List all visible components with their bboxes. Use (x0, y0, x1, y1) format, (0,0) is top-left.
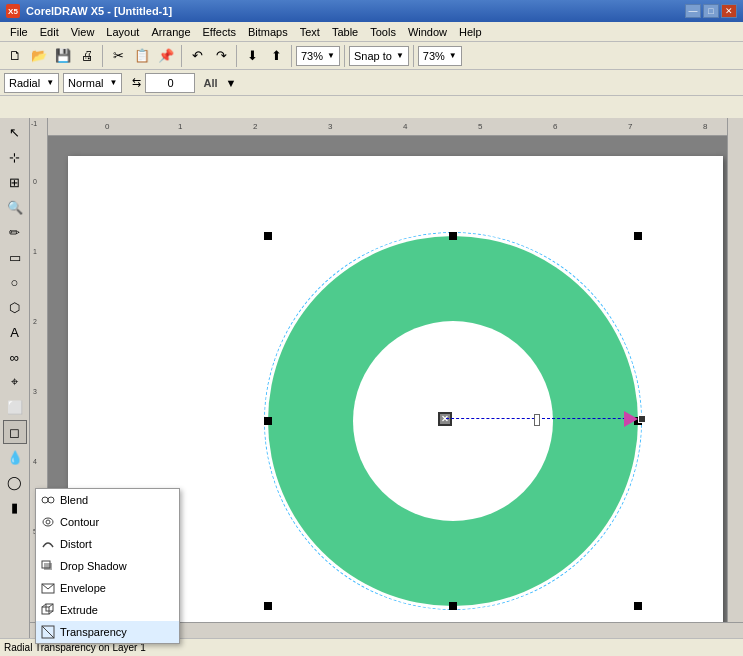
menu-contour[interactable]: Contour (36, 511, 179, 533)
envelope-tool-button[interactable]: ⬜ (3, 395, 27, 419)
mode-arrow: ▼ (110, 78, 118, 87)
transparency-icon: ⇆ (132, 76, 141, 89)
transparency-value-input[interactable] (145, 73, 195, 93)
print-button[interactable]: 🖨 (76, 45, 98, 67)
menu-window[interactable]: Window (402, 24, 453, 40)
paste-button[interactable]: 📌 (155, 45, 177, 67)
envelope-label: Envelope (60, 582, 106, 594)
open-button[interactable]: 📂 (28, 45, 50, 67)
context-toolbar: Radial ▼ Normal ▼ ⇆ All ▼ (0, 70, 743, 96)
menu-layout[interactable]: Layout (100, 24, 145, 40)
menu-distort[interactable]: Distort (36, 533, 179, 555)
ellipse-tool-button[interactable]: ○ (3, 270, 27, 294)
svg-line-13 (42, 626, 54, 638)
menu-drop-shadow[interactable]: Drop Shadow (36, 555, 179, 577)
gradient-end-handle[interactable] (638, 415, 646, 423)
menu-bar: File Edit View Layout Arrange Effects Bi… (0, 22, 743, 42)
redo-button[interactable]: ↷ (210, 45, 232, 67)
snap-dropdown[interactable]: Snap to ▼ (349, 46, 409, 66)
contour-label: Contour (60, 516, 99, 528)
text-tool-button[interactable]: A (3, 320, 27, 344)
minimize-button[interactable]: — (685, 4, 701, 18)
pointer-tool-button[interactable]: ↖ (3, 120, 27, 144)
blend-label: Blend (60, 494, 88, 506)
menu-effects[interactable]: Effects (197, 24, 242, 40)
type-arrow: ▼ (46, 78, 54, 87)
maximize-button[interactable]: □ (703, 4, 719, 18)
zoom-tool-button[interactable]: 🔍 (3, 195, 27, 219)
donut-container[interactable]: ✕ (268, 236, 638, 606)
all-label: All (203, 77, 217, 89)
save-button[interactable]: 💾 (52, 45, 74, 67)
all-dropdown-arrow[interactable]: ▼ (226, 77, 237, 89)
node-tool-button[interactable]: ⊹ (3, 145, 27, 169)
distort-icon (40, 536, 56, 552)
transparency-label: Transparency (60, 626, 127, 638)
copy-button[interactable]: 📋 (131, 45, 153, 67)
donut-shape[interactable] (268, 236, 638, 606)
app-icon: X5 (6, 4, 20, 18)
cut-button[interactable]: ✂ (107, 45, 129, 67)
handle-top-left[interactable] (264, 232, 272, 240)
separator5 (344, 45, 345, 67)
import-button[interactable]: ⬇ (241, 45, 263, 67)
menu-blend[interactable]: Blend (36, 489, 179, 511)
toolbox: ↖ ⊹ ⊞ 🔍 ✏ ▭ ○ ⬡ A ∞ ⌖ ⬜ ◻ 💧 ◯ ▮ (0, 118, 30, 656)
blend-tool-button[interactable]: ∞ (3, 345, 27, 369)
outline-tool-button[interactable]: ◯ (3, 470, 27, 494)
zoom-value: 73% (301, 50, 323, 62)
distort-tool-button[interactable]: ⌖ (3, 370, 27, 394)
handle-mid-left[interactable] (264, 417, 272, 425)
handle-bottom[interactable] (449, 602, 457, 610)
title-text: CorelDRAW X5 - [Untitled-1] (26, 5, 172, 17)
svg-point-2 (43, 518, 53, 526)
menu-text[interactable]: Text (294, 24, 326, 40)
transparency-type-dropdown[interactable]: Radial ▼ (4, 73, 59, 93)
extrude-icon (40, 602, 56, 618)
separator4 (291, 45, 292, 67)
undo-button[interactable]: ↶ (186, 45, 208, 67)
handle-top[interactable] (449, 232, 457, 240)
effects-context-menu: Blend Contour Distort Drop Shadow Envelo… (35, 488, 180, 644)
envelope-icon (40, 580, 56, 596)
eyedropper-tool-button[interactable]: 💧 (3, 445, 27, 469)
gradient-end-arrow[interactable] (624, 411, 638, 427)
close-button[interactable]: ✕ (721, 4, 737, 18)
zoom-dropdown[interactable]: 73% ▼ (296, 46, 340, 66)
fill-tool-button[interactable]: ▮ (3, 495, 27, 519)
menu-tools[interactable]: Tools (364, 24, 402, 40)
window-controls: — □ ✕ (685, 4, 737, 18)
contour-icon (40, 514, 56, 530)
polygon-tool-button[interactable]: ⬡ (3, 295, 27, 319)
zoom2-arrow: ▼ (449, 51, 457, 60)
vertical-scrollbar[interactable] (727, 118, 743, 638)
transparency-tool-button[interactable]: ◻ (3, 420, 27, 444)
new-button[interactable]: 🗋 (4, 45, 26, 67)
gradient-line (446, 418, 646, 419)
rectangle-tool-button[interactable]: ▭ (3, 245, 27, 269)
menu-arrange[interactable]: Arrange (145, 24, 196, 40)
handle-bot-left[interactable] (264, 602, 272, 610)
menu-bitmaps[interactable]: Bitmaps (242, 24, 294, 40)
handle-top-right[interactable] (634, 232, 642, 240)
snap-arrow: ▼ (396, 51, 404, 60)
crop-tool-button[interactable]: ⊞ (3, 170, 27, 194)
export-button[interactable]: ⬆ (265, 45, 287, 67)
transparency-mode-label: Normal (68, 77, 103, 89)
menu-view[interactable]: View (65, 24, 101, 40)
gradient-midpoint-handle[interactable] (534, 414, 540, 426)
zoom2-dropdown[interactable]: 73% ▼ (418, 46, 462, 66)
gradient-center-marker[interactable]: ✕ (438, 412, 452, 426)
freehand-tool-button[interactable]: ✏ (3, 220, 27, 244)
menu-file[interactable]: File (4, 24, 34, 40)
handle-bot-right[interactable] (634, 602, 642, 610)
menu-extrude[interactable]: Extrude (36, 599, 179, 621)
drop-shadow-label: Drop Shadow (60, 560, 127, 572)
transparency-mode-dropdown[interactable]: Normal ▼ (63, 73, 122, 93)
menu-edit[interactable]: Edit (34, 24, 65, 40)
menu-help[interactable]: Help (453, 24, 488, 40)
menu-envelope[interactable]: Envelope (36, 577, 179, 599)
zoom-arrow: ▼ (327, 51, 335, 60)
menu-transparency[interactable]: Transparency (36, 621, 179, 643)
menu-table[interactable]: Table (326, 24, 364, 40)
